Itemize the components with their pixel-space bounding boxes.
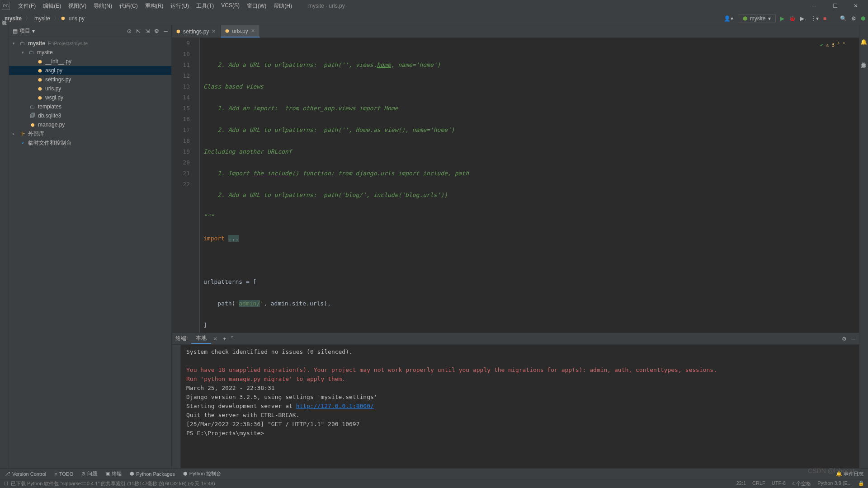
terminal-tab[interactable]: 本地	[191, 333, 211, 344]
server-url-link[interactable]: http://127.0.0.1:8000/	[296, 403, 374, 409]
menu-navigate[interactable]: 导航(N)	[90, 0, 116, 12]
close-icon[interactable]: ✕	[212, 28, 216, 34]
chevron-down-icon[interactable]: ˅	[231, 336, 233, 342]
hide-icon[interactable]: ─	[164, 28, 168, 34]
tool-version-control[interactable]: ⎇Version Control	[5, 471, 46, 477]
tool-python-packages[interactable]: ⬢Python Packages	[130, 471, 175, 477]
tab-label: urls.py	[232, 28, 248, 34]
status-position[interactable]: 22:1	[736, 480, 746, 487]
notifications-icon[interactable]: 🔔	[860, 39, 867, 45]
run-config-selector[interactable]: ⬢ mysite ▾	[738, 14, 776, 23]
collapse-all-icon[interactable]: ⇲	[145, 28, 150, 34]
tree-item-file[interactable]: ⬢__init__.py	[9, 57, 171, 66]
status-indent[interactable]: 4 个空格	[792, 480, 811, 487]
tool-todo[interactable]: ≡TODO	[54, 471, 73, 477]
tool-label: Version Control	[12, 471, 46, 477]
library-icon: ⊪	[19, 131, 26, 137]
menu-code[interactable]: 代码(C)	[116, 0, 142, 12]
tree-label: manage.py	[38, 122, 65, 128]
code-editor[interactable]: ✔⚠3 ˄ ˅ 2. Add a URL to urlpatterns: pat…	[200, 38, 859, 333]
tree-item-file[interactable]: ⬢manage.py	[9, 120, 171, 129]
python-file-icon: ⬢	[36, 59, 43, 64]
problems-icon: ⊘	[81, 471, 85, 477]
python-file-icon: ⬢	[36, 86, 43, 91]
chevron-down-icon[interactable]: ˅	[843, 40, 845, 51]
status-line-sep[interactable]: CRLF	[752, 480, 765, 487]
tool-python-console[interactable]: ⬢Python 控制台	[183, 470, 221, 477]
tool-problems[interactable]: ⊘问题	[81, 470, 97, 477]
more-run-icon[interactable]: ⋮▾	[811, 15, 819, 22]
menu-tools[interactable]: 工具(T)	[193, 0, 217, 12]
menu-vcs[interactable]: VCS(S)	[217, 0, 243, 12]
line-gutter: 910111213141516171819202122	[172, 38, 194, 333]
menu-edit[interactable]: 编辑(E)	[39, 0, 65, 12]
terminal-panel: 终端: 本地 ✕ + ˅ ⚙ ─ System check identified…	[172, 333, 859, 468]
hide-icon[interactable]: ─	[851, 336, 855, 342]
add-tab-icon[interactable]: +	[223, 336, 226, 342]
minimize-button[interactable]: ─	[804, 0, 825, 12]
todo-icon: ≡	[54, 471, 57, 477]
crumb-folder[interactable]: mysite	[33, 14, 52, 23]
tool-terminal[interactable]: ▣终端	[105, 470, 122, 477]
tree-item-folder[interactable]: ▾🗀mysite	[9, 48, 171, 57]
status-interpreter[interactable]: Python 3.9 (E...	[817, 480, 852, 487]
editor-body[interactable]: 910111213141516171819202122 ✔⚠3 ˄ ˅ 2. A…	[172, 38, 859, 333]
debug-icon[interactable]: 🐞	[789, 15, 796, 22]
maximize-button[interactable]: ☐	[825, 0, 845, 12]
terminal-line: Django version 3.2.5, using settings 'my…	[186, 393, 854, 402]
tree-item-file[interactable]: ⬢urls.py	[9, 84, 171, 93]
inspection-widget[interactable]: ✔⚠3 ˄ ˅	[820, 40, 845, 51]
close-button[interactable]: ✕	[845, 0, 866, 12]
project-tree[interactable]: ▾🗀mysiteE:\Projects\mysite ▾🗀mysite ⬢__i…	[9, 37, 171, 468]
tree-label: 临时文件和控制台	[28, 139, 71, 147]
run-icon[interactable]: ▶	[780, 15, 784, 22]
python-file-icon: ⬢	[61, 16, 65, 21]
tree-item-file[interactable]: ⬢wsgi.py	[9, 93, 171, 102]
window-title: mysite - urls.py	[305, 1, 349, 11]
tree-item-root[interactable]: ▾🗀mysiteE:\Projects\mysite	[9, 39, 171, 48]
tree-item-folder[interactable]: 🗀templates	[9, 102, 171, 111]
sidebar-title-label: 项目	[19, 27, 30, 35]
sidebar-title[interactable]: ▤ 项目 ▾	[13, 27, 35, 35]
gear-icon[interactable]: ⚙	[842, 336, 847, 342]
tab-urls[interactable]: ⬢urls.py✕	[221, 25, 259, 38]
learn-icon[interactable]: ⬢	[861, 15, 865, 22]
tab-settings[interactable]: ⬢settings.py✕	[172, 25, 221, 38]
crumb-file[interactable]: urls.py	[67, 14, 86, 23]
menu-view[interactable]: 视图(V)	[65, 0, 90, 12]
python-file-icon: ⬢	[36, 95, 43, 100]
chevron-up-icon[interactable]: ˄	[837, 40, 840, 51]
tree-item-scratch[interactable]: ⚬临时文件和控制台	[9, 138, 171, 147]
settings-icon[interactable]: ⚙	[851, 15, 856, 22]
crumb-root[interactable]: mysite	[3, 14, 24, 23]
menu-help[interactable]: 帮助(H)	[270, 0, 296, 12]
fold-gutter[interactable]	[194, 38, 200, 333]
search-icon[interactable]: 🔍	[840, 15, 847, 22]
lock-icon[interactable]: 🔒	[858, 480, 864, 487]
stop-icon[interactable]: ■	[823, 15, 826, 22]
menu-file[interactable]: 文件(F)	[14, 0, 39, 12]
menu-window[interactable]: 窗口(W)	[243, 0, 270, 12]
menu-refactor[interactable]: 重构(R)	[142, 0, 167, 12]
folder-icon: 🗀	[28, 49, 35, 56]
expand-all-icon[interactable]: ⇱	[136, 28, 141, 34]
tree-item-external[interactable]: ▸⊪外部库	[9, 129, 171, 138]
left-tool-gutter: 项目	[0, 25, 9, 468]
terminal-line: Quit the server with CTRL-BREAK.	[186, 411, 854, 420]
tree-item-file[interactable]: 🗐db.sqlite3	[9, 111, 171, 120]
close-tab-icon[interactable]: ✕	[213, 336, 217, 342]
terminal-output[interactable]: System check identified no issues (0 sil…	[181, 345, 859, 468]
user-icon[interactable]: 👤▾	[724, 15, 733, 22]
gear-icon[interactable]: ⚙	[154, 28, 159, 34]
terminal-line: March 25, 2022 - 22:38:31	[186, 384, 854, 393]
python-file-icon: ⬢	[176, 29, 180, 34]
tree-item-file[interactable]: ⬢asgi.py	[9, 66, 171, 75]
menu-run[interactable]: 运行(U)	[167, 0, 193, 12]
status-encoding[interactable]: UTF-8	[772, 480, 786, 487]
run-with-coverage-icon[interactable]: ▶.	[800, 15, 806, 22]
tree-item-file[interactable]: ⬢settings.py	[9, 75, 171, 84]
status-indicator-icon[interactable]: ☐	[4, 481, 8, 487]
close-icon[interactable]: ✕	[251, 28, 255, 34]
terminal-title: 终端:	[175, 335, 188, 343]
locate-icon[interactable]: ⊙	[127, 28, 132, 34]
